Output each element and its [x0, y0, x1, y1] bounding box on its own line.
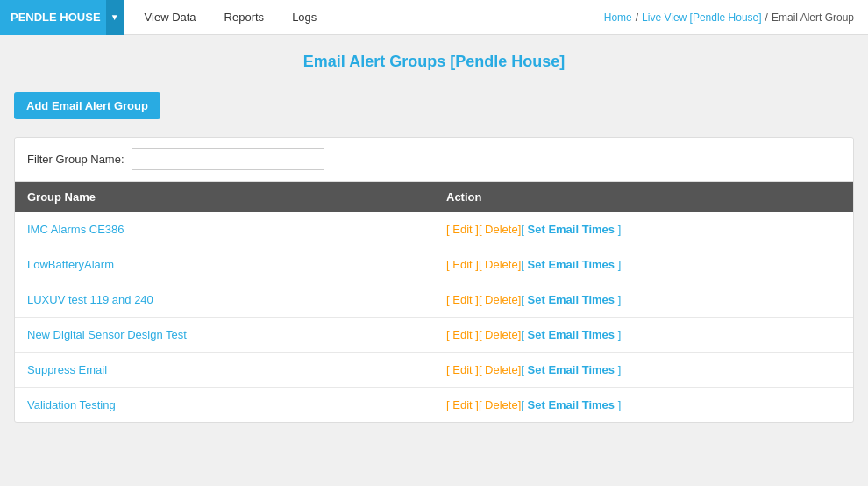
group-name-cell: IMC Alarms CE386 [15, 212, 434, 247]
breadcrumb-current: Email Alert Group [772, 11, 854, 24]
table-row: Suppress Email[ Edit ][ Delete][ Set Ema… [15, 353, 853, 388]
table-row: IMC Alarms CE386[ Edit ][ Delete][ Set E… [15, 212, 853, 247]
chevron-down-icon: ▼ [110, 12, 119, 22]
breadcrumb-live-view[interactable]: Live View [Pendle House] [642, 11, 762, 24]
breadcrumb: Home / Live View [Pendle House] / Email … [604, 11, 868, 24]
col-action: Action [434, 182, 853, 212]
set-bracket-open: [ [521, 258, 527, 271]
group-name-cell: New Digital Sensor Design Test [15, 318, 434, 353]
set-bracket-open: [ [521, 398, 527, 411]
delete-link[interactable]: Delete [485, 398, 518, 411]
set-bracket-open: [ [521, 223, 527, 236]
set-email-times-link[interactable]: Set Email Times [528, 293, 615, 306]
set-email-times-link[interactable]: Set Email Times [528, 398, 615, 411]
set-email-times-link[interactable]: Set Email Times [528, 363, 615, 376]
group-name-cell: Suppress Email [15, 353, 434, 388]
set-bracket-open: [ [521, 328, 527, 341]
set-bracket-close: ] [615, 328, 621, 341]
set-bracket-close: ] [615, 223, 621, 236]
group-name-cell: Validation Testing [15, 388, 434, 423]
edit-bracket-close: ] [473, 398, 479, 411]
delete-link[interactable]: Delete [485, 363, 518, 376]
edit-link[interactable]: Edit [452, 293, 472, 306]
nav-logs[interactable]: Logs [280, 0, 329, 35]
group-name-cell: LUXUV test 119 and 240 [15, 282, 434, 318]
add-email-alert-group-button[interactable]: Add Email Alert Group [14, 92, 160, 119]
delete-link[interactable]: Delete [485, 223, 518, 236]
set-bracket-close: ] [615, 363, 621, 376]
table-row: Validation Testing[ Edit ][ Delete][ Set… [15, 388, 853, 423]
edit-link[interactable]: Edit [452, 223, 472, 236]
edit-bracket-close: ] [473, 223, 479, 236]
filter-label: Filter Group Name: [27, 153, 125, 166]
set-email-times-link[interactable]: Set Email Times [528, 223, 615, 236]
delete-link[interactable]: Delete [485, 293, 518, 306]
set-bracket-open: [ [521, 363, 527, 376]
top-nav: PENDLE HOUSE ▼ View Data Reports Logs Ho… [0, 0, 868, 35]
set-email-times-link[interactable]: Set Email Times [528, 328, 615, 341]
edit-link[interactable]: Edit [452, 363, 472, 376]
edit-link[interactable]: Edit [452, 398, 472, 411]
nav-reports[interactable]: Reports [212, 0, 277, 35]
brand-dropdown-arrow[interactable]: ▼ [106, 0, 124, 35]
action-cell: [ Edit ][ Delete][ Set Email Times ] [434, 353, 853, 388]
action-cell: [ Edit ][ Delete][ Set Email Times ] [434, 282, 853, 318]
page-title: Email Alert Groups [Pendle House] [14, 53, 854, 71]
groups-table: Group Name Action IMC Alarms CE386[ Edit… [15, 182, 853, 422]
edit-link[interactable]: Edit [452, 328, 472, 341]
set-email-times-link[interactable]: Set Email Times [528, 258, 615, 271]
edit-bracket-close: ] [473, 363, 479, 376]
page-content: Email Alert Groups [Pendle House] Add Em… [0, 35, 868, 440]
brand-label: PENDLE HOUSE [11, 11, 101, 24]
edit-bracket-close: ] [473, 328, 479, 341]
filter-row: Filter Group Name: [15, 138, 853, 182]
action-cell: [ Edit ][ Delete][ Set Email Times ] [434, 388, 853, 423]
action-cell: [ Edit ][ Delete][ Set Email Times ] [434, 247, 853, 282]
breadcrumb-home[interactable]: Home [604, 11, 632, 24]
delete-link[interactable]: Delete [485, 328, 518, 341]
brand-button[interactable]: PENDLE HOUSE ▼ [0, 0, 124, 35]
set-bracket-close: ] [615, 293, 621, 306]
nav-links: View Data Reports Logs [132, 0, 330, 35]
nav-view-data[interactable]: View Data [132, 0, 209, 35]
table-row: LUXUV test 119 and 240[ Edit ][ Delete][… [15, 282, 853, 318]
table-row: New Digital Sensor Design Test[ Edit ][ … [15, 318, 853, 353]
edit-bracket-close: ] [473, 293, 479, 306]
edit-link[interactable]: Edit [452, 258, 472, 271]
set-bracket-open: [ [521, 293, 527, 306]
action-cell: [ Edit ][ Delete][ Set Email Times ] [434, 212, 853, 247]
set-bracket-close: ] [615, 258, 621, 271]
table-header-row: Group Name Action [15, 182, 853, 212]
edit-bracket-close: ] [473, 258, 479, 271]
group-name-cell: LowBatteryAlarm [15, 247, 434, 282]
delete-link[interactable]: Delete [485, 258, 518, 271]
table-row: LowBatteryAlarm[ Edit ][ Delete][ Set Em… [15, 247, 853, 282]
col-group-name: Group Name [15, 182, 434, 212]
table-container: Filter Group Name: Group Name Action IMC… [14, 137, 854, 423]
filter-group-name-input[interactable] [132, 148, 324, 170]
action-cell: [ Edit ][ Delete][ Set Email Times ] [434, 318, 853, 353]
set-bracket-close: ] [615, 398, 621, 411]
